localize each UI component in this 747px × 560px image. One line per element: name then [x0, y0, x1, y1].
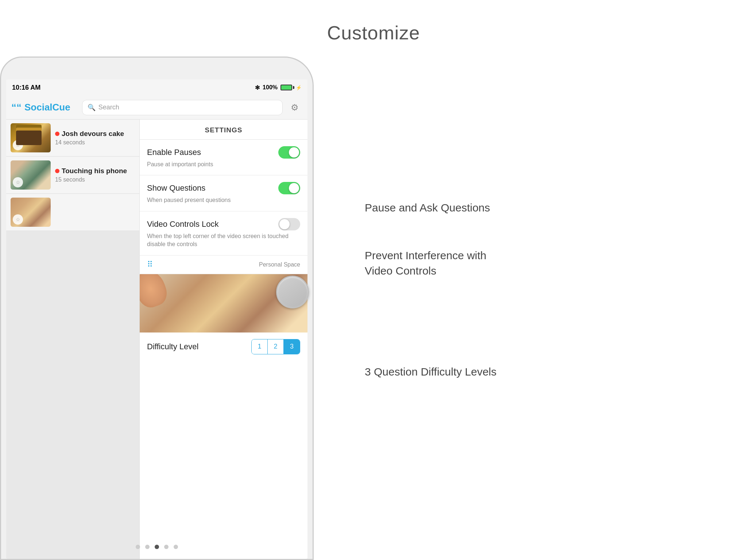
page-dot-1[interactable] — [145, 545, 150, 549]
status-right: ✻ 100% ⚡ — [255, 84, 302, 91]
difficulty-label: Difficulty Level — [147, 342, 198, 351]
screen: 10:16 AM ✻ 100% ⚡ ““ SocialCue — [6, 79, 307, 559]
setting-label-3: Video Controls Lock — [147, 219, 219, 229]
setting-row-top-3: Video Controls Lock — [147, 218, 300, 230]
annotation-prevent-interference: Prevent Interference withVideo Controls — [365, 248, 487, 279]
video-thumbnail-2: ☆ — [11, 160, 51, 190]
search-icon: 🔍 — [88, 104, 96, 112]
page-dot-2[interactable] — [155, 545, 159, 549]
app-header: ““ SocialCue 🔍 Search ⚙ — [6, 96, 307, 120]
difficulty-row: Difficulty Level 1 2 3 — [140, 332, 307, 361]
star-icon-2[interactable]: ☆ — [13, 177, 23, 187]
logo-area: ““ SocialCue — [11, 102, 70, 113]
video-controls-lock-toggle[interactable] — [278, 218, 300, 230]
toggle-knob-3 — [279, 219, 290, 229]
setting-row-top-2: Show Questions — [147, 182, 300, 194]
preview-header: ⠿ Personal Space — [140, 256, 307, 274]
setting-desc-3: When the top left corner of the video sc… — [147, 232, 300, 249]
video-duration-1: 14 seconds — [55, 139, 135, 146]
home-button[interactable] — [276, 276, 309, 308]
video-duration-2: 15 seconds — [55, 176, 135, 183]
difficulty-button-3[interactable]: 3 — [284, 339, 300, 354]
difficulty-button-2[interactable]: 2 — [268, 339, 284, 354]
video-info-2: Touching his phone 15 seconds — [55, 167, 135, 183]
gear-icon: ⚙ — [291, 102, 299, 113]
page-dot-3[interactable] — [164, 545, 169, 549]
setting-label-1: Enable Pauses — [147, 148, 201, 157]
annotation-difficulty-levels: 3 Question Difficulty Levels — [365, 365, 496, 379]
settings-title: SETTINGS — [140, 120, 307, 140]
battery-icon: ⚡ — [280, 85, 302, 90]
star-icon-1[interactable]: ☆ — [13, 140, 23, 150]
setting-label-2: Show Questions — [147, 183, 205, 193]
toggle-knob-2 — [289, 183, 299, 193]
battery-tip — [293, 86, 294, 89]
setting-row-top-1: Enable Pauses — [147, 146, 300, 159]
personal-space-label: Personal Space — [259, 261, 300, 268]
time-display: 10:16 AM — [12, 84, 40, 92]
gear-button[interactable]: ⚙ — [287, 100, 302, 115]
video-info-1: Josh devours cake 14 seconds — [55, 130, 135, 146]
page-dot-4[interactable] — [174, 545, 178, 549]
video-title-1: Josh devours cake — [62, 130, 124, 138]
list-item[interactable]: ☆ Touching his phone 15 seconds — [6, 157, 139, 193]
show-questions-toggle[interactable] — [278, 182, 300, 194]
page-dot-0[interactable] — [136, 545, 140, 549]
search-bar[interactable]: 🔍 Search — [82, 100, 283, 115]
page-title: Customize — [0, 0, 747, 44]
content-area: ☆ Josh devours cake 14 seconds — [6, 120, 307, 559]
ipad-frame: 10:16 AM ✻ 100% ⚡ ““ SocialCue — [0, 57, 314, 560]
settings-panel: SETTINGS Enable Pauses Pause at importan… — [139, 120, 307, 559]
enable-pauses-toggle[interactable] — [278, 146, 300, 159]
logo-quotes-icon: ““ — [11, 102, 22, 113]
setting-row-show-questions: Show Questions When paused present quest… — [140, 175, 307, 211]
list-item[interactable]: ☆ — [6, 194, 139, 230]
video-thumbnail-1: ☆ — [11, 123, 51, 152]
logo-text: SocialCue — [24, 102, 70, 113]
grid-icon[interactable]: ⠿ — [147, 260, 153, 269]
setting-row-enable-pauses: Enable Pauses Pause at important points — [140, 140, 307, 175]
setting-row-video-controls-lock: Video Controls Lock When the top left co… — [140, 211, 307, 256]
toggle-knob-1 — [289, 147, 299, 158]
ipad-inner: 10:16 AM ✻ 100% ⚡ ““ SocialCue — [1, 58, 313, 559]
battery-body — [280, 85, 292, 90]
video-thumbnail-3: ☆ — [11, 198, 51, 227]
video-list: ☆ Josh devours cake 14 seconds — [6, 120, 139, 559]
status-bar: 10:16 AM ✻ 100% ⚡ — [6, 79, 307, 96]
setting-desc-2: When paused present questions — [147, 196, 300, 204]
unread-dot-1 — [55, 132, 59, 136]
unread-dot-2 — [55, 169, 59, 173]
difficulty-buttons: 1 2 3 — [251, 339, 300, 354]
bluetooth-icon: ✻ — [255, 84, 260, 91]
video-title-2: Touching his phone — [62, 167, 127, 175]
page-dots — [136, 545, 178, 549]
star-icon-3[interactable]: ☆ — [13, 214, 23, 225]
difficulty-button-1[interactable]: 1 — [252, 339, 268, 354]
search-placeholder: Search — [98, 104, 119, 111]
list-item[interactable]: ☆ Josh devours cake 14 seconds — [6, 120, 139, 156]
annotation-pause-ask: Pause and Ask Questions — [365, 201, 490, 215]
setting-desc-1: Pause at important points — [147, 160, 300, 168]
battery-percent: 100% — [263, 84, 278, 91]
hand-overlay — [140, 274, 171, 311]
